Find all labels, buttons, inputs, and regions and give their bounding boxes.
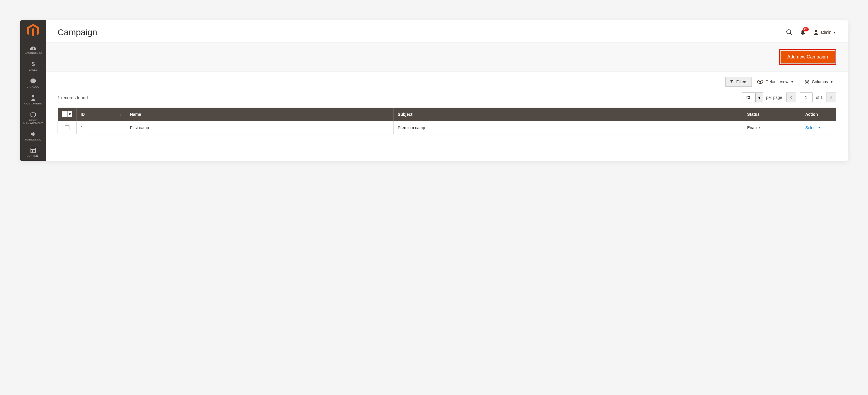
caret-down-icon[interactable]: ▾	[67, 111, 72, 117]
svg-text:$: $	[31, 61, 35, 67]
select-all-checkbox[interactable]	[62, 111, 67, 117]
svg-point-10	[815, 30, 817, 32]
toolbar-separator	[799, 78, 799, 86]
page-actions-bar: Add new Campaign	[46, 43, 848, 72]
cell-status: Enable	[743, 121, 801, 134]
cell-action: Select ▼	[801, 121, 836, 134]
columns-label: Columns	[812, 79, 828, 84]
of-pages-label: of 1	[816, 95, 823, 100]
megaphone-icon	[30, 131, 36, 137]
notification-badge: 26	[803, 27, 809, 31]
column-header-subject[interactable]: Subject	[394, 108, 743, 121]
default-view-control[interactable]: Default View ▼	[754, 78, 797, 86]
grid-header-row: ▾ ID ↓ Name Subject Status Action	[58, 108, 836, 121]
layout-icon	[30, 147, 36, 153]
sidebar-label: MARKETING	[25, 138, 41, 141]
user-icon	[813, 29, 818, 35]
sidebar-label: CONTENT	[26, 154, 40, 158]
admin-user-menu[interactable]: admin ▼	[813, 29, 836, 35]
pager-row: 1 records found 20 ▾ per page of 1	[46, 87, 848, 108]
chevron-left-icon	[790, 96, 793, 99]
sidebar-item-marketing[interactable]: MARKETING	[20, 128, 46, 145]
filters-button[interactable]: Filters	[725, 77, 751, 87]
person-icon	[31, 94, 35, 101]
per-page-select[interactable]: 20 ▾	[742, 92, 763, 103]
sort-descending-icon: ↓	[120, 113, 122, 116]
current-page-input[interactable]	[800, 92, 812, 103]
caret-down-icon: ▼	[830, 80, 833, 83]
page-title: Campaign	[58, 27, 97, 37]
eye-icon	[757, 80, 764, 84]
box-icon	[30, 78, 36, 84]
chevron-right-icon	[830, 96, 833, 99]
admin-window: DASHBOARD $ SALES CATALOG CUSTOMERS DEMO…	[20, 20, 848, 161]
funnel-icon	[730, 80, 734, 84]
sidebar-item-sales[interactable]: $ SALES	[20, 58, 46, 75]
pager-controls: 20 ▾ per page of 1	[742, 92, 836, 103]
svg-line-18	[808, 83, 808, 83]
cell-subject: Premium camp	[394, 121, 743, 134]
search-icon[interactable]	[786, 29, 793, 35]
gauge-icon	[29, 45, 37, 50]
caret-down-icon: ▼	[818, 126, 820, 129]
sidebar-item-customers[interactable]: CUSTOMERS	[20, 92, 46, 109]
records-found-label: 1 records found	[58, 95, 88, 100]
caret-down-icon[interactable]: ▾	[755, 93, 763, 102]
svg-point-3	[32, 95, 34, 97]
filters-label: Filters	[736, 79, 747, 84]
columns-control[interactable]: Columns ▼	[802, 77, 836, 86]
magento-logo-icon[interactable]	[27, 24, 39, 35]
cell-name: First camp	[126, 121, 394, 134]
caret-down-icon: ▼	[833, 31, 836, 34]
svg-line-19	[805, 83, 806, 83]
sidebar-label: CUSTOMERS	[24, 102, 42, 105]
sidebar-label: DEMO MANAGEMENT	[22, 119, 45, 125]
caret-down-icon: ▼	[791, 80, 794, 83]
svg-point-11	[760, 81, 761, 83]
column-header-status[interactable]: Status	[743, 108, 801, 121]
page-header: Campaign 26 admin ▼	[46, 20, 848, 43]
svg-line-17	[805, 80, 806, 81]
notifications-icon[interactable]: 26	[800, 29, 806, 35]
add-new-campaign-button[interactable]: Add new Campaign	[781, 51, 835, 63]
admin-sidebar: DASHBOARD $ SALES CATALOG CUSTOMERS DEMO…	[20, 20, 46, 161]
sidebar-item-catalog[interactable]: CATALOG	[20, 75, 46, 92]
row-checkbox[interactable]	[65, 125, 69, 130]
svg-point-12	[806, 81, 808, 83]
sidebar-item-content[interactable]: CONTENT	[20, 145, 46, 161]
column-header-id[interactable]: ID ↓	[76, 108, 126, 121]
per-page-value: 20	[742, 93, 755, 102]
grid-toolbar: Filters Default View ▼ Columns ▼	[46, 72, 848, 87]
campaign-grid: ▾ ID ↓ Name Subject Status Action	[58, 108, 836, 134]
user-label: admin	[820, 30, 831, 35]
cell-id: 1	[76, 121, 126, 134]
highlight-annotation: Add new Campaign	[779, 49, 836, 65]
sidebar-label: DASHBOARD	[24, 52, 42, 54]
sidebar-item-dashboard[interactable]: DASHBOARD	[20, 41, 46, 58]
svg-line-20	[808, 80, 808, 81]
per-page-label: per page	[766, 95, 782, 100]
next-page-button[interactable]	[826, 92, 836, 103]
svg-point-9	[802, 34, 804, 35]
table-row[interactable]: 1 First camp Premium camp Enable Select …	[58, 121, 836, 134]
sidebar-label: SALES	[29, 68, 38, 71]
dollar-icon: $	[31, 61, 35, 67]
per-page-control: 20 ▾ per page	[742, 92, 782, 103]
main-content: Campaign 26 admin ▼ Add new Campaign	[46, 20, 848, 161]
svg-line-8	[790, 33, 792, 35]
svg-point-7	[787, 30, 791, 34]
hexagon-icon	[30, 111, 36, 118]
column-header-action[interactable]: Action	[801, 108, 836, 121]
svg-rect-4	[31, 148, 35, 153]
header-actions: 26 admin ▼	[786, 29, 836, 35]
sidebar-item-demo-management[interactable]: DEMO MANAGEMENT	[20, 109, 46, 128]
default-view-label: Default View	[766, 79, 788, 84]
sidebar-label: CATALOG	[27, 85, 39, 88]
page-navigation: of 1	[786, 92, 836, 103]
column-header-checkbox[interactable]: ▾	[58, 108, 77, 121]
gear-icon	[804, 79, 810, 84]
row-checkbox-cell	[58, 121, 77, 134]
prev-page-button[interactable]	[786, 92, 796, 103]
row-select-action[interactable]: Select ▼	[805, 125, 820, 130]
column-header-name[interactable]: Name	[126, 108, 394, 121]
